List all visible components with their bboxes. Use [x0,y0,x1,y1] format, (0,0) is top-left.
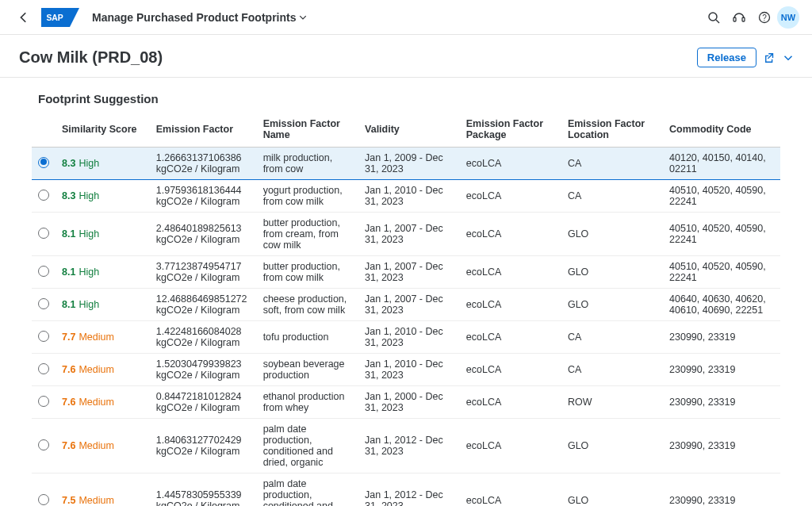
table-row[interactable]: 7.7Medium1.42248166084028 kgCO2e / Kilog… [32,321,780,354]
radio-cell[interactable] [32,213,56,256]
location-cell: GLO [561,256,663,289]
col-location[interactable]: Emission Factor Location [561,112,663,148]
share-icon [764,52,776,63]
radio-cell[interactable] [32,386,56,419]
emission-factor-name-cell: milk production, from cow [257,148,358,180]
commodity-code-cell: 230990, 23319 [663,473,780,507]
emission-factor-name-cell: palm date production, conditioned and dr… [257,473,358,507]
col-commodity-code[interactable]: Commodity Code [663,112,780,148]
share-button[interactable] [764,52,776,63]
emission-factor-name-cell: ethanol production from whey [257,386,358,419]
search-icon [707,11,720,24]
col-package[interactable]: Emission Factor Package [460,112,561,148]
radio-cell[interactable] [32,180,56,213]
score-cell: 7.6Medium [56,419,150,473]
table-row[interactable]: 8.1High12.46886469851272 kgCO2e / Kilogr… [32,289,780,321]
app-title-dropdown[interactable]: Manage Purchased Product Footprints [92,11,307,24]
score-cell: 8.1High [56,289,150,321]
table-row[interactable]: 8.3High1.97593618136444 kgCO2e / Kilogra… [32,180,780,213]
radio-cell[interactable] [32,321,56,354]
object-header: Cow Milk (PRD_08) Release [0,35,812,78]
package-cell: ecoLCA [460,473,561,507]
chevron-down-icon [783,53,793,63]
sap-logo[interactable]: SAP [41,8,79,27]
package-cell: ecoLCA [460,289,561,321]
chevron-down-icon [299,13,307,21]
emission-factor-cell: 1.97593618136444 kgCO2e / Kilogram [150,180,257,213]
emission-factor-name-cell: butter production, from cow milk [257,256,358,289]
user-avatar[interactable]: NW [777,6,799,29]
score-cell: 7.6Medium [56,386,150,419]
package-cell: ecoLCA [460,419,561,473]
page-title: Cow Milk (PRD_08) [19,48,697,67]
radio-cell[interactable] [32,419,56,473]
svg-line-3 [716,20,719,23]
radio-cell[interactable] [32,289,56,321]
package-cell: ecoLCA [460,180,561,213]
score-cell: 8.1High [56,213,150,256]
package-cell: ecoLCA [460,256,561,289]
commodity-code-cell: 40510, 40520, 40590, 22241 [663,213,780,256]
radio-icon [38,157,49,168]
emission-factor-cell: 3.77123874954717 kgCO2e / Kilogram [150,256,257,289]
validity-cell: Jan 1, 2010 - Dec 31, 2023 [358,180,460,213]
emission-factor-name-cell: palm date production, conditioned and dr… [257,419,358,473]
validity-cell: Jan 1, 2007 - Dec 31, 2023 [358,256,460,289]
table-row[interactable]: 7.6Medium0.84472181012824 kgCO2e / Kilog… [32,386,780,419]
table-row[interactable]: 8.1High2.48640189825613 kgCO2e / Kilogra… [32,213,780,256]
commodity-code-cell: 40640, 40630, 40620, 40610, 40690, 22251 [663,289,780,321]
col-emission-factor-name[interactable]: Emission Factor Name [257,112,358,148]
col-select [32,112,56,148]
table-row[interactable]: 7.6Medium1.52030479939823 kgCO2e / Kilog… [32,354,780,386]
emission-factor-cell: 0.84472181012824 kgCO2e / Kilogram [150,386,257,419]
col-emission-factor[interactable]: Emission Factor [150,112,257,148]
commodity-code-cell: 230990, 23319 [663,386,780,419]
package-cell: ecoLCA [460,148,561,180]
support-button[interactable] [726,5,752,30]
suggestion-section-title: Footprint Suggestion [38,92,774,105]
score-cell: 8.3High [56,180,150,213]
radio-icon [38,396,49,407]
search-button[interactable] [701,5,726,30]
commodity-code-cell: 40510, 40520, 40590, 22241 [663,256,780,289]
radio-icon [38,190,49,201]
location-cell: GLO [561,473,663,507]
commodity-code-cell: 40120, 40150, 40140, 02211 [663,148,780,180]
release-button[interactable]: Release [697,48,756,67]
table-row[interactable]: 8.1High3.77123874954717 kgCO2e / Kilogra… [32,256,780,289]
radio-cell[interactable] [32,256,56,289]
table-row[interactable]: 7.5Medium1.44578305955339 kgCO2e / Kilog… [32,473,780,507]
help-icon: ? [758,11,771,24]
location-cell: CA [561,180,663,213]
content-area: Footprint Suggestion Similarity Score Em… [0,78,812,506]
validity-cell: Jan 1, 2012 - Dec 31, 2023 [358,473,460,507]
package-cell: ecoLCA [460,386,561,419]
table-row[interactable]: 8.3High1.26663137106386 kgCO2e / Kilogra… [32,148,780,180]
col-validity[interactable]: Validity [358,112,460,148]
header-expand-button[interactable] [783,53,793,63]
col-score[interactable]: Similarity Score [56,112,150,148]
commodity-code-cell: 230990, 23319 [663,354,780,386]
commodity-code-cell: 230990, 23319 [663,321,780,354]
app-title-text: Manage Purchased Product Footprints [92,11,296,24]
back-button[interactable] [13,12,35,23]
emission-factor-cell: 1.84063127702429 kgCO2e / Kilogram [150,419,257,473]
location-cell: GLO [561,289,663,321]
help-button[interactable]: ? [752,5,777,30]
radio-icon [38,439,49,450]
radio-cell[interactable] [32,148,56,180]
headset-icon [733,11,745,24]
shell-header: SAP Manage Purchased Product Footprints … [0,0,812,35]
package-cell: ecoLCA [460,213,561,256]
suggestion-table: Similarity Score Emission Factor Emissio… [32,112,780,506]
table-row[interactable]: 7.6Medium1.84063127702429 kgCO2e / Kilog… [32,419,780,473]
svg-point-2 [709,13,717,21]
emission-factor-name-cell: cheese production, soft, from cow milk [257,289,358,321]
validity-cell: Jan 1, 2007 - Dec 31, 2023 [358,289,460,321]
header-actions: Release [697,48,793,67]
svg-text:?: ? [762,13,767,22]
validity-cell: Jan 1, 2000 - Dec 31, 2023 [358,386,460,419]
radio-cell[interactable] [32,473,56,507]
radio-cell[interactable] [32,354,56,386]
emission-factor-cell: 1.26663137106386 kgCO2e / Kilogram [150,148,257,180]
